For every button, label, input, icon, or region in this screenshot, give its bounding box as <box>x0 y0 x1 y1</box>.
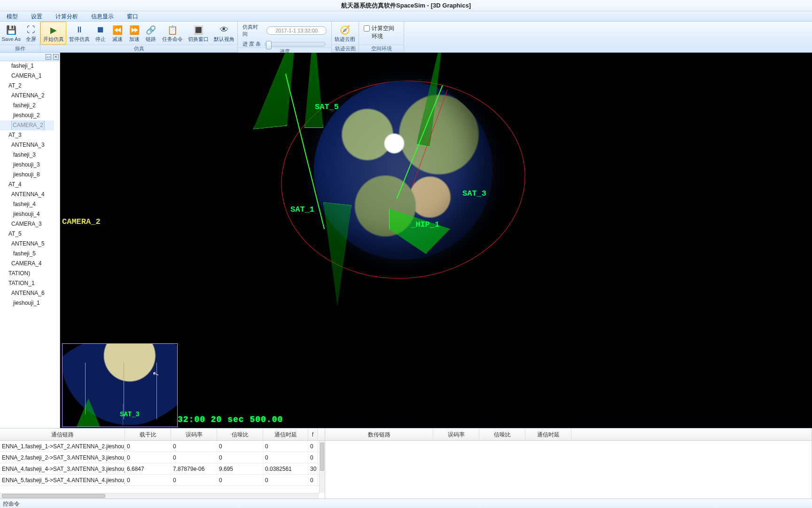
save-as-button[interactable]: 💾Save As <box>0 22 22 45</box>
inset-sat-label: SAT_3 <box>120 411 140 418</box>
table-cell: 0 <box>217 452 263 463</box>
group-label-track: 轨迹云图 <box>332 45 359 52</box>
simtime-field[interactable]: 2017-1-1 13:32:00 <box>266 26 327 35</box>
camera-inset[interactable]: SAT_3 ↖ <box>62 343 178 427</box>
tree-node[interactable]: jieshouji_3 <box>0 160 54 170</box>
progress-slider[interactable] <box>265 42 326 47</box>
data-tables: 通信链路载干比误码率信噪比通信时延f ENNA_1.fasheji_1->SAT… <box>0 428 812 499</box>
menu-settings[interactable]: 设置 <box>24 11 49 21</box>
tree-node[interactable]: fasheji_1 <box>0 61 54 71</box>
track-cloud-button[interactable]: 🧭轨迹云图 <box>332 22 358 45</box>
tree-node[interactable]: jieshouji_2 <box>0 111 54 120</box>
tree-node[interactable]: AT_2 <box>0 81 54 91</box>
group-label-env: 空间环境 <box>359 45 404 52</box>
node-icon <box>2 271 7 276</box>
table-vscrollbar[interactable] <box>319 441 325 493</box>
task-icon: 📋 <box>167 25 178 35</box>
tree-node[interactable]: fasheji_4 <box>0 199 54 209</box>
tree-node[interactable]: jieshouji_4 <box>0 209 54 219</box>
tree-node[interactable]: ANTENNA_3 <box>0 140 54 150</box>
tree-node[interactable]: CAMERA_2 <box>0 120 54 130</box>
table-header[interactable]: 载干比 <box>125 429 171 440</box>
link-button[interactable]: 🔗链路 <box>142 22 159 45</box>
window-icon: 🔳 <box>193 25 203 35</box>
node-icon <box>7 103 11 108</box>
rewind-icon: ⏪ <box>112 25 123 35</box>
tree-node[interactable]: CAMERA_1 <box>0 71 54 81</box>
node-icon <box>7 212 11 217</box>
table-row[interactable]: ENNA_5.fasheji_5->SAT_4.ANTENNA_4.jiesho… <box>0 475 325 486</box>
space-env-input[interactable] <box>364 25 370 32</box>
data-link-table[interactable]: 数传链路误码率信噪比通信时延 <box>325 429 812 499</box>
table-cell: 0.0382561 <box>263 463 308 474</box>
table-hscrollbar[interactable] <box>0 493 319 499</box>
table-cell: 0 <box>217 441 263 452</box>
table-row[interactable]: ENNA_4.fasheji_4->SAT_3.ANTENNA_3.jiesho… <box>0 463 325 475</box>
tree-node[interactable]: AT_4 <box>0 180 54 190</box>
default-view-button[interactable]: 👁默认视角 <box>211 22 237 45</box>
node-icon <box>5 262 9 266</box>
table-header[interactable]: 通信时延 <box>525 429 571 440</box>
node-icon <box>5 242 9 246</box>
status-bar: 控命令 <box>0 499 812 508</box>
table-header[interactable]: 数传链路 <box>325 429 433 440</box>
table-header[interactable]: 误码率 <box>171 429 217 440</box>
table-header[interactable]: 信噪比 <box>479 429 525 440</box>
table-cell: 30 <box>308 463 318 474</box>
table-header[interactable]: 通信链路 <box>0 429 125 440</box>
tree-node[interactable]: fasheji_2 <box>0 101 54 111</box>
tree-node[interactable]: ANTENNA_4 <box>0 190 54 199</box>
table-cell: 0 <box>308 452 318 463</box>
task-cmd-button[interactable]: 📋任务命令 <box>159 22 185 45</box>
slow-button[interactable]: ⏪减速 <box>109 22 126 45</box>
menu-window[interactable]: 窗口 <box>120 11 145 21</box>
forward-icon: ⏩ <box>129 25 140 35</box>
3d-viewport[interactable]: SAT_5 SAT_1 SAT_3 _HIP_1 32:00 20 sec 50… <box>60 53 812 428</box>
tree-node[interactable]: jieshouji_8 <box>0 170 54 180</box>
start-sim-button[interactable]: ▶开始仿真 <box>40 22 66 45</box>
fast-button[interactable]: ⏩加速 <box>126 22 143 45</box>
tree-node[interactable]: fasheji_3 <box>0 150 54 160</box>
tree-node[interactable]: AT_5 <box>0 229 54 239</box>
panel-close-icon[interactable]: ✕ <box>53 54 59 60</box>
table-cell: ENNA_2.fasheji_2->SAT_3.ANTENNA_3.jiesho… <box>0 452 125 463</box>
comm-link-table[interactable]: 通信链路载干比误码率信噪比通信时延f ENNA_1.fasheji_1->SAT… <box>0 429 325 499</box>
tree-node[interactable]: TATION_1 <box>0 278 54 288</box>
label-ship1: _HIP_1 <box>411 220 439 229</box>
tree-node[interactable]: ANTENNA_5 <box>0 239 54 249</box>
tree-node[interactable]: CAMERA_3 <box>0 219 54 229</box>
tree-node[interactable]: jieshouji_1 <box>0 298 54 308</box>
tree-node[interactable]: CAMERA_4 <box>0 259 54 269</box>
menu-calc[interactable]: 计算分析 <box>49 11 85 21</box>
object-tree[interactable]: fasheji_1CAMERA_1AT_2ANTENNA_2fasheji_2j… <box>0 61 54 428</box>
menu-model[interactable]: 模型 <box>0 11 24 21</box>
fullscreen-button[interactable]: ⛶全屏 <box>22 22 40 45</box>
table-row[interactable]: ENNA_2.fasheji_2->SAT_3.ANTENNA_3.jiesho… <box>0 452 325 463</box>
stop-sim-button[interactable]: ⏹停止 <box>93 22 109 45</box>
table-cell: 0 <box>125 452 171 463</box>
table-header[interactable]: f <box>308 429 318 440</box>
save-icon: 💾 <box>6 25 16 35</box>
node-icon <box>2 232 7 237</box>
tree-node[interactable]: TATION) <box>0 269 54 278</box>
node-icon <box>2 133 7 138</box>
table-header[interactable]: 通信时延 <box>263 429 308 440</box>
node-icon <box>5 64 9 69</box>
tree-node[interactable]: AT_3 <box>0 130 54 140</box>
tree-node[interactable]: ANTENNA_2 <box>0 91 54 101</box>
inset-title: CAMERA_2 <box>62 217 101 226</box>
table-cell: 0 <box>125 475 171 485</box>
table-cell: 0 <box>171 452 217 463</box>
pause-sim-button[interactable]: ⏸暂停仿真 <box>66 22 92 45</box>
menu-info[interactable]: 信息显示 <box>85 11 120 21</box>
node-icon <box>5 291 9 296</box>
table-header[interactable]: 误码率 <box>433 429 479 440</box>
table-row[interactable]: ENNA_1.fasheji_1->SAT_2.ANTENNA_2.jiesho… <box>0 441 325 452</box>
panel-dock-icon[interactable]: ▭ <box>46 54 51 60</box>
tree-node[interactable]: ANTENNA_6 <box>0 288 54 298</box>
space-env-checkbox[interactable]: 计算空间环境 <box>359 22 404 45</box>
switch-window-button[interactable]: 🔳切换窗口 <box>185 22 211 45</box>
table-header[interactable]: 信噪比 <box>217 429 263 440</box>
tree-node[interactable]: fasheji_5 <box>0 249 54 259</box>
compass-icon: 🧭 <box>340 25 350 35</box>
